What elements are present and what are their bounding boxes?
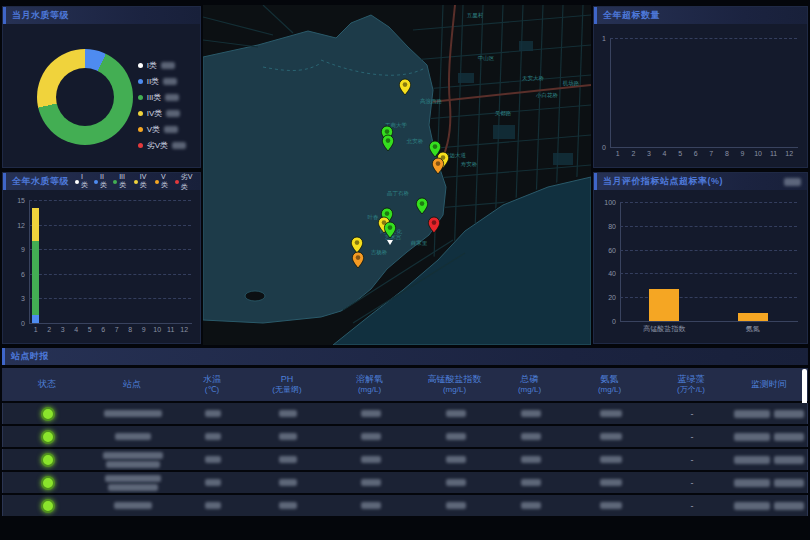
water-quality-donut-chart [37,49,133,145]
table-column-header: PH(无量纲) [252,368,322,401]
table-row[interactable]: - [2,403,808,424]
legend-value-redacted [163,78,177,85]
legend-value-redacted [166,110,180,117]
map-label: 天安大桥 [522,75,545,81]
value-redacted [600,502,622,509]
panel-action-redacted[interactable] [784,178,801,186]
legend-item[interactable]: 劣V类 [138,140,186,151]
value-redacted [521,502,541,509]
donut-legend: I类II类III类IV类V类劣V类 [138,60,186,151]
value-redacted [361,479,381,486]
legend-label: IV类 [147,108,163,119]
table-column-header: 氨氮(mg/L) [567,368,652,401]
legend-value-redacted [165,94,179,101]
status-indicator-normal [41,407,55,421]
y-tick-label: 9 [7,246,25,253]
x-tick-label: 5 [88,326,92,333]
year-quality-stacked-bar-chart: 03691215123456789101112 [3,190,200,343]
legend-value-redacted [161,62,175,69]
x-tick-label: 11 [167,326,174,333]
year-quality-legend: I类II类III类IV类V类劣V类 [75,172,194,192]
x-tick-label: 8 [725,150,729,157]
value-redacted [205,479,221,486]
panel-header: 站点时报 [2,348,808,365]
panel-header: 当月评价指标站点超标率(%) [594,173,807,190]
x-tick-label: 高锰酸盐指数 [643,324,685,334]
timestamp-redacted [734,456,770,464]
map-major-roads [431,5,591,173]
y-tick-label: 15 [7,197,25,204]
x-tick-label: 10 [153,326,161,333]
panel-header: 全年水质等级 I类II类III类IV类V类劣V类 [3,173,200,190]
x-tick-label: 9 [142,326,146,333]
panel-header: 全年超标数量 [594,7,807,24]
table-row[interactable]: - [2,449,808,470]
legend-dot [94,180,98,184]
timestamp-redacted [774,479,804,487]
algae-value: - [653,409,731,419]
table-column-header: 总磷(mg/L) [492,368,567,401]
legend-dot [138,143,143,148]
y-tick-label: 60 [598,246,616,253]
legend-item[interactable]: II类 [94,173,107,190]
legend-item[interactable]: V类 [155,173,169,190]
legend-item[interactable]: III类 [113,173,128,190]
gridline [29,249,191,250]
value-redacted [446,502,466,509]
bar-segment [32,315,39,323]
timestamp-redacted [734,433,770,441]
month-quality-chart-area: I类II类III类IV类V类劣V类 [3,24,200,167]
legend-item[interactable]: I类 [138,60,186,71]
station-map[interactable]: 五星村中山区高浪西路吴都路天安大桥机场路小白花桥恒远大道寿安桥工商大学北安桥晶丁… [203,5,591,345]
table-row[interactable]: - [2,472,808,493]
value-redacted [205,410,221,417]
gridline [620,297,797,298]
panel-title: 全年水质等级 [12,175,69,188]
value-redacted [279,456,297,463]
station-name-redacted [103,452,163,459]
value-redacted [600,410,622,417]
value-redacted [279,502,297,509]
timestamp-redacted [774,456,804,464]
map-label: 晶丁石桥 [387,190,410,197]
gridline [620,226,797,227]
algae-value: - [653,501,731,511]
x-tick-label: 3 [647,150,651,157]
legend-item[interactable]: 劣V类 [175,172,194,192]
legend-item[interactable]: I类 [75,173,88,190]
panel-month-rate: 当月评价指标站点超标率(%) 020406080100高锰酸盐指数氨氮 [593,172,808,344]
x-tick-label: 4 [663,150,667,157]
legend-item[interactable]: IV类 [134,173,149,190]
y-tick-label: 6 [7,270,25,277]
gridline [29,274,191,275]
x-tick-label: 3 [61,326,65,333]
value-redacted [279,433,297,440]
legend-item[interactable]: IV类 [138,108,186,119]
panel-header: 当月水质等级 [3,7,200,24]
value-redacted [600,479,622,486]
value-redacted [361,456,381,463]
plot-frame [29,200,192,324]
table-row[interactable]: - [2,495,808,516]
legend-item[interactable]: III类 [138,92,186,103]
value-redacted [279,410,297,417]
legend-item[interactable]: V类 [138,124,186,135]
value-redacted [446,433,466,440]
panel-station-table: 站点时报 状态站点水温(℃)PH(无量纲)溶解氧(mg/L)高锰酸盐指数(mg/… [2,348,808,522]
value-redacted [361,502,381,509]
value-redacted [521,433,541,440]
legend-label: III类 [119,173,128,190]
legend-item[interactable]: II类 [138,76,186,87]
algae-value: - [653,432,731,442]
legend-dot [175,180,179,184]
legend-label: IV类 [140,173,149,190]
value-redacted [446,456,466,463]
map-label: 中山区 [478,55,495,61]
table-row[interactable]: - [2,426,808,447]
algae-value: - [653,478,731,488]
legend-dot [113,180,117,184]
gridline [29,200,191,201]
legend-label: 劣V类 [181,172,194,192]
x-tick-label: 1 [34,326,38,333]
map-label: 叶春 [368,214,380,220]
